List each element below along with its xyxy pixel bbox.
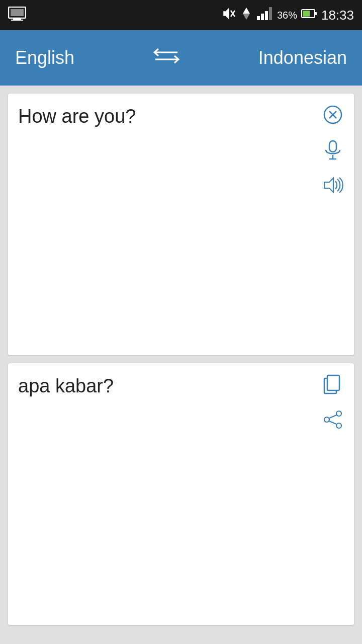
clear-button[interactable] (321, 103, 345, 127)
svg-rect-15 (303, 11, 310, 17)
svg-rect-3 (11, 9, 24, 16)
svg-point-27 (336, 411, 341, 416)
microphone-button[interactable] (321, 138, 345, 162)
svg-rect-12 (269, 7, 272, 20)
svg-line-30 (329, 415, 336, 418)
svg-rect-1 (13, 18, 21, 20)
source-language-button[interactable]: English (15, 47, 74, 68)
svg-point-29 (336, 423, 341, 428)
mute-icon (222, 7, 236, 24)
battery-percent: 36% (277, 10, 297, 21)
svg-line-31 (329, 421, 336, 424)
source-icons (321, 103, 345, 197)
translation-icons (321, 372, 345, 432)
svg-marker-24 (324, 178, 333, 192)
svg-rect-11 (265, 11, 268, 20)
source-card: How are you? (8, 94, 354, 355)
source-text: How are you? (18, 106, 344, 136)
translation-card: apa kabar? (8, 363, 354, 625)
svg-marker-4 (224, 9, 229, 19)
battery-icon (301, 8, 317, 22)
status-left (8, 7, 26, 24)
svg-rect-21 (329, 141, 336, 152)
status-time: 18:33 (321, 8, 354, 23)
content-area: How are you? (0, 86, 362, 644)
translation-text: apa kabar? (18, 375, 344, 406)
target-language-button[interactable]: Indonesian (258, 47, 347, 68)
speaker-button[interactable] (321, 173, 345, 197)
svg-point-28 (324, 417, 329, 422)
svg-marker-7 (243, 8, 250, 14)
svg-rect-9 (257, 16, 260, 20)
signal-icon (257, 7, 273, 23)
svg-rect-14 (315, 12, 317, 15)
status-bar: 36% 18:33 (0, 0, 362, 30)
swap-languages-button[interactable] (151, 46, 182, 70)
share-button[interactable] (321, 408, 345, 432)
screen-icon (8, 7, 26, 24)
svg-rect-2 (11, 20, 23, 21)
svg-rect-10 (261, 14, 264, 20)
transfer-icon (240, 7, 253, 24)
svg-marker-8 (243, 14, 250, 20)
copy-button[interactable] (321, 372, 345, 396)
app-bar: English Indonesian (0, 30, 362, 86)
status-right: 36% 18:33 (222, 7, 354, 24)
svg-rect-26 (327, 375, 339, 390)
